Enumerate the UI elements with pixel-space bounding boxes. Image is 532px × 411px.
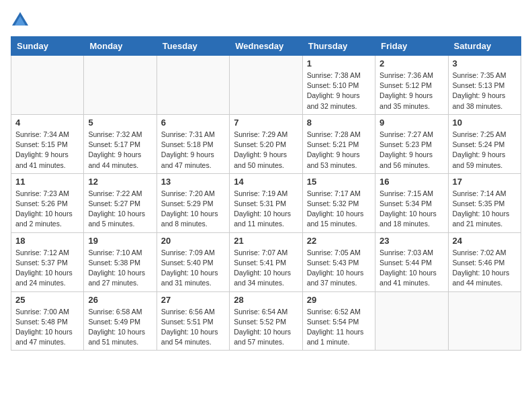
day-info: Sunrise: 7:07 AM Sunset: 5:41 PM Dayligh… [234,248,298,289]
calendar-week-3: 11Sunrise: 7:23 AM Sunset: 5:26 PM Dayli… [11,173,521,232]
day-number: 18 [15,236,79,246]
calendar-cell: 11Sunrise: 7:23 AM Sunset: 5:26 PM Dayli… [11,173,84,232]
calendar-cell: 6Sunrise: 7:31 AM Sunset: 5:18 PM Daylig… [157,114,229,173]
calendar-cell [157,56,229,115]
day-info: Sunrise: 7:35 AM Sunset: 5:13 PM Dayligh… [453,71,517,111]
calendar-week-5: 25Sunrise: 7:00 AM Sunset: 5:48 PM Dayli… [11,291,521,351]
day-number: 21 [234,236,298,246]
day-number: 25 [15,295,79,305]
day-info: Sunrise: 7:19 AM Sunset: 5:31 PM Dayligh… [234,189,298,230]
calendar-header-sunday: Sunday [11,37,84,56]
calendar-cell: 19Sunrise: 7:10 AM Sunset: 5:38 PM Dayli… [84,232,157,291]
day-info: Sunrise: 7:14 AM Sunset: 5:35 PM Dayligh… [453,189,517,230]
calendar-header-friday: Friday [375,37,448,56]
calendar-cell: 7Sunrise: 7:29 AM Sunset: 5:20 PM Daylig… [230,114,302,173]
day-number: 7 [234,118,298,128]
calendar-cell: 9Sunrise: 7:27 AM Sunset: 5:23 PM Daylig… [375,114,448,173]
day-number: 29 [307,295,371,305]
day-number: 28 [234,295,298,305]
day-info: Sunrise: 7:28 AM Sunset: 5:21 PM Dayligh… [307,130,371,171]
day-info: Sunrise: 7:17 AM Sunset: 5:32 PM Dayligh… [307,189,371,230]
day-number: 23 [380,236,443,246]
calendar-cell: 22Sunrise: 7:05 AM Sunset: 5:43 PM Dayli… [302,232,375,291]
calendar-cell: 24Sunrise: 7:02 AM Sunset: 5:46 PM Dayli… [448,232,521,291]
day-info: Sunrise: 7:29 AM Sunset: 5:20 PM Dayligh… [234,130,298,171]
calendar-header-thursday: Thursday [302,37,375,56]
calendar-week-2: 4Sunrise: 7:34 AM Sunset: 5:15 PM Daylig… [11,114,521,173]
calendar-cell: 1Sunrise: 7:38 AM Sunset: 5:10 PM Daylig… [302,56,375,115]
day-info: Sunrise: 7:20 AM Sunset: 5:29 PM Dayligh… [161,189,225,230]
day-number: 14 [234,177,298,187]
day-number: 19 [88,236,152,246]
day-number: 12 [88,177,152,187]
calendar-cell: 4Sunrise: 7:34 AM Sunset: 5:15 PM Daylig… [11,114,84,173]
day-info: Sunrise: 7:03 AM Sunset: 5:44 PM Dayligh… [380,248,443,289]
day-info: Sunrise: 7:31 AM Sunset: 5:18 PM Dayligh… [161,130,225,171]
day-number: 13 [161,177,225,187]
day-number: 9 [380,118,443,128]
day-number: 1 [307,58,371,68]
day-info: Sunrise: 7:25 AM Sunset: 5:24 PM Dayligh… [453,130,517,171]
day-info: Sunrise: 7:36 AM Sunset: 5:12 PM Dayligh… [380,71,443,111]
day-info: Sunrise: 6:52 AM Sunset: 5:54 PM Dayligh… [307,307,371,348]
day-number: 4 [15,118,79,128]
day-number: 22 [307,236,371,246]
calendar-cell [448,291,521,351]
day-info: Sunrise: 7:23 AM Sunset: 5:26 PM Dayligh… [15,189,79,230]
calendar-cell: 16Sunrise: 7:15 AM Sunset: 5:34 PM Dayli… [375,173,448,232]
day-number: 10 [453,118,517,128]
calendar-cell: 21Sunrise: 7:07 AM Sunset: 5:41 PM Dayli… [230,232,302,291]
day-number: 5 [88,118,152,128]
day-number: 11 [15,177,79,187]
calendar-cell: 28Sunrise: 6:54 AM Sunset: 5:52 PM Dayli… [230,291,302,351]
calendar-cell: 20Sunrise: 7:09 AM Sunset: 5:40 PM Dayli… [157,232,229,291]
calendar-cell: 23Sunrise: 7:03 AM Sunset: 5:44 PM Dayli… [375,232,448,291]
calendar-header-row: SundayMondayTuesdayWednesdayThursdayFrid… [11,37,521,56]
calendar-header-tuesday: Tuesday [157,37,229,56]
day-number: 8 [307,118,371,128]
day-info: Sunrise: 7:34 AM Sunset: 5:15 PM Dayligh… [15,130,79,171]
day-info: Sunrise: 7:38 AM Sunset: 5:10 PM Dayligh… [307,71,371,111]
calendar-cell: 8Sunrise: 7:28 AM Sunset: 5:21 PM Daylig… [302,114,375,173]
calendar-header-monday: Monday [84,37,157,56]
logo [11,11,32,30]
day-number: 16 [380,177,443,187]
page-header [11,11,521,30]
calendar-cell: 25Sunrise: 7:00 AM Sunset: 5:48 PM Dayli… [11,291,84,351]
calendar-cell: 3Sunrise: 7:35 AM Sunset: 5:13 PM Daylig… [448,56,521,115]
day-info: Sunrise: 7:32 AM Sunset: 5:17 PM Dayligh… [88,130,152,171]
calendar-cell: 26Sunrise: 6:58 AM Sunset: 5:49 PM Dayli… [84,291,157,351]
calendar-cell: 13Sunrise: 7:20 AM Sunset: 5:29 PM Dayli… [157,173,229,232]
calendar-cell: 29Sunrise: 6:52 AM Sunset: 5:54 PM Dayli… [302,291,375,351]
calendar-cell [84,56,157,115]
calendar-cell: 12Sunrise: 7:22 AM Sunset: 5:27 PM Dayli… [84,173,157,232]
day-info: Sunrise: 7:00 AM Sunset: 5:48 PM Dayligh… [15,307,79,348]
day-info: Sunrise: 6:58 AM Sunset: 5:49 PM Dayligh… [88,307,152,348]
calendar-cell [11,56,84,115]
day-info: Sunrise: 7:09 AM Sunset: 5:40 PM Dayligh… [161,248,225,289]
calendar-table: SundayMondayTuesdayWednesdayThursdayFrid… [11,36,521,351]
day-info: Sunrise: 7:02 AM Sunset: 5:46 PM Dayligh… [453,248,517,289]
day-info: Sunrise: 6:56 AM Sunset: 5:51 PM Dayligh… [161,307,225,348]
logo-icon [11,11,30,30]
calendar-week-1: 1Sunrise: 7:38 AM Sunset: 5:10 PM Daylig… [11,56,521,115]
calendar-cell: 27Sunrise: 6:56 AM Sunset: 5:51 PM Dayli… [157,291,229,351]
day-number: 15 [307,177,371,187]
day-info: Sunrise: 7:10 AM Sunset: 5:38 PM Dayligh… [88,248,152,289]
calendar-cell [375,291,448,351]
day-number: 27 [161,295,225,305]
day-info: Sunrise: 7:12 AM Sunset: 5:37 PM Dayligh… [15,248,79,289]
day-number: 17 [453,177,517,187]
calendar-cell: 10Sunrise: 7:25 AM Sunset: 5:24 PM Dayli… [448,114,521,173]
calendar-week-4: 18Sunrise: 7:12 AM Sunset: 5:37 PM Dayli… [11,232,521,291]
calendar-cell: 5Sunrise: 7:32 AM Sunset: 5:17 PM Daylig… [84,114,157,173]
calendar-header-saturday: Saturday [448,37,521,56]
day-number: 2 [380,58,443,68]
day-number: 3 [453,58,517,68]
calendar-cell: 18Sunrise: 7:12 AM Sunset: 5:37 PM Dayli… [11,232,84,291]
calendar-cell: 15Sunrise: 7:17 AM Sunset: 5:32 PM Dayli… [302,173,375,232]
day-number: 26 [88,295,152,305]
day-info: Sunrise: 6:54 AM Sunset: 5:52 PM Dayligh… [234,307,298,348]
calendar-header-wednesday: Wednesday [230,37,302,56]
calendar-cell: 17Sunrise: 7:14 AM Sunset: 5:35 PM Dayli… [448,173,521,232]
